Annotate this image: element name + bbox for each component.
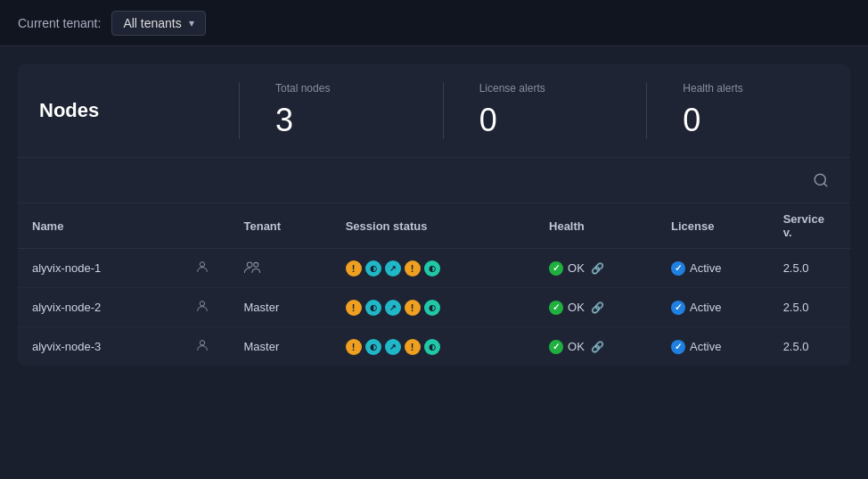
warn-icon-6: !	[405, 339, 421, 355]
node-license-3: ✓ Active	[657, 327, 769, 367]
main-content: Nodes Total nodes 3 License alerts 0 Hea…	[0, 46, 868, 384]
teal-arrow-icon-3: ↗	[385, 339, 401, 355]
warn-icon-1: !	[346, 260, 362, 277]
warn-icon-3: !	[346, 300, 362, 316]
node-icon-cell-3	[181, 327, 230, 367]
teal-light-icon-1: ◐	[424, 260, 440, 277]
node-tenant-1	[229, 249, 331, 288]
col-header-icon	[181, 203, 230, 249]
warn-icon-4: !	[405, 300, 421, 316]
teal-arrow-icon-2: ↗	[385, 300, 401, 316]
license-active-text-2: Active	[690, 301, 721, 314]
divider-1	[239, 82, 240, 139]
nodes-table: Name Tenant Session status Health Licens…	[18, 203, 850, 366]
table-row: alyvix-node-1	[18, 249, 850, 288]
license-active-icon-3: ✓	[671, 340, 685, 354]
node-user-icon-3	[195, 338, 209, 352]
teal-light-icon-3: ◐	[424, 339, 440, 355]
svg-point-3	[248, 262, 253, 268]
health-alerts-stat: Health alerts 0	[668, 82, 829, 139]
search-area	[18, 158, 850, 203]
node-health-2: ✓ OK 🔗	[535, 288, 657, 327]
license-alerts-value: 0	[479, 102, 611, 139]
license-active-icon-2: ✓	[671, 301, 685, 315]
link-icon-2: 🔗	[591, 301, 604, 314]
teal-icon-3: ◐	[365, 339, 381, 355]
health-ok-text-2: OK	[568, 301, 585, 314]
node-version-3: 2.5.0	[769, 327, 850, 367]
tenant-value: All tenants	[123, 16, 181, 30]
health-ok-text-1: OK	[568, 261, 585, 275]
teal-icon-1: ◐	[365, 260, 381, 277]
col-header-service: Service v.	[769, 203, 850, 249]
node-health-3: ✓ OK 🔗	[535, 327, 657, 367]
node-version-2: 2.5.0	[769, 288, 850, 327]
node-name-1: alyvix-node-1	[18, 249, 181, 288]
node-user-icon-1	[195, 260, 209, 274]
node-license-1: ✓ Active	[657, 249, 769, 288]
search-icon	[813, 172, 829, 188]
tenant-dropdown[interactable]: All tenants ▾	[111, 11, 205, 36]
license-active-icon-1: ✓	[671, 261, 685, 276]
col-header-name: Name	[18, 203, 181, 249]
svg-point-4	[254, 262, 258, 267]
health-alerts-label: Health alerts	[683, 82, 815, 95]
svg-point-6	[200, 341, 204, 345]
divider-2	[443, 82, 444, 139]
license-active-text-1: Active	[690, 261, 721, 275]
license-alerts-label: License alerts	[479, 82, 611, 95]
stats-header: Nodes Total nodes 3 License alerts 0 Hea…	[18, 64, 850, 158]
topbar: Current tenant: All tenants ▾	[0, 0, 868, 46]
node-icon-cell-2	[181, 288, 230, 327]
total-nodes-label: Total nodes	[275, 82, 407, 95]
link-icon-3: 🔗	[591, 341, 604, 353]
warn-icon-5: !	[346, 339, 362, 355]
node-version-1: 2.5.0	[769, 249, 850, 288]
node-tenant-2: Master	[229, 288, 331, 327]
col-header-tenant: Tenant	[229, 203, 331, 249]
col-header-health: Health	[535, 203, 657, 249]
node-name-2: alyvix-node-2	[18, 288, 181, 327]
col-header-session: Session status	[332, 203, 535, 249]
node-license-2: ✓ Active	[657, 288, 769, 327]
teal-icon-2: ◐	[365, 300, 381, 316]
chevron-down-icon: ▾	[189, 17, 194, 29]
tenant-group-icon-1	[243, 262, 261, 277]
node-session-2: ! ◐ ↗ ! ◐	[332, 288, 535, 327]
table-row: alyvix-node-3 Master ! ◐	[18, 327, 850, 367]
node-user-icon-2	[195, 299, 209, 313]
table-row: alyvix-node-2 Master ! ◐	[18, 288, 850, 327]
table-header-row: Name Tenant Session status Health Licens…	[18, 203, 850, 249]
node-session-1: ! ◐ ↗ ! ◐	[332, 249, 535, 288]
nodes-card: Nodes Total nodes 3 License alerts 0 Hea…	[18, 64, 850, 366]
teal-arrow-icon-1: ↗	[385, 260, 401, 277]
health-alerts-value: 0	[683, 102, 815, 139]
license-active-text-3: Active	[690, 340, 721, 353]
health-ok-icon-2: ✓	[549, 301, 563, 315]
teal-light-icon-2: ◐	[424, 300, 440, 316]
divider-3	[646, 82, 647, 139]
health-ok-icon-3: ✓	[549, 340, 563, 354]
col-header-license: License	[657, 203, 769, 249]
node-tenant-3: Master	[229, 327, 331, 367]
health-ok-text-3: OK	[568, 340, 585, 353]
link-icon-1: 🔗	[591, 262, 604, 275]
node-name-3: alyvix-node-3	[18, 327, 181, 367]
search-button[interactable]	[809, 169, 832, 192]
total-nodes-stat: Total nodes 3	[261, 82, 422, 139]
svg-point-5	[200, 301, 204, 306]
node-icon-cell-1	[181, 249, 230, 288]
svg-line-1	[823, 183, 826, 186]
warn-icon-2: !	[405, 260, 421, 277]
license-alerts-stat: License alerts 0	[465, 82, 626, 139]
svg-point-2	[200, 262, 204, 267]
current-tenant-label: Current tenant:	[18, 16, 101, 30]
health-ok-icon-1: ✓	[549, 261, 563, 276]
node-health-1: ✓ OK 🔗	[535, 249, 657, 288]
total-nodes-value: 3	[275, 102, 407, 139]
nodes-title: Nodes	[39, 82, 217, 139]
node-session-3: ! ◐ ↗ ! ◐	[332, 327, 535, 367]
